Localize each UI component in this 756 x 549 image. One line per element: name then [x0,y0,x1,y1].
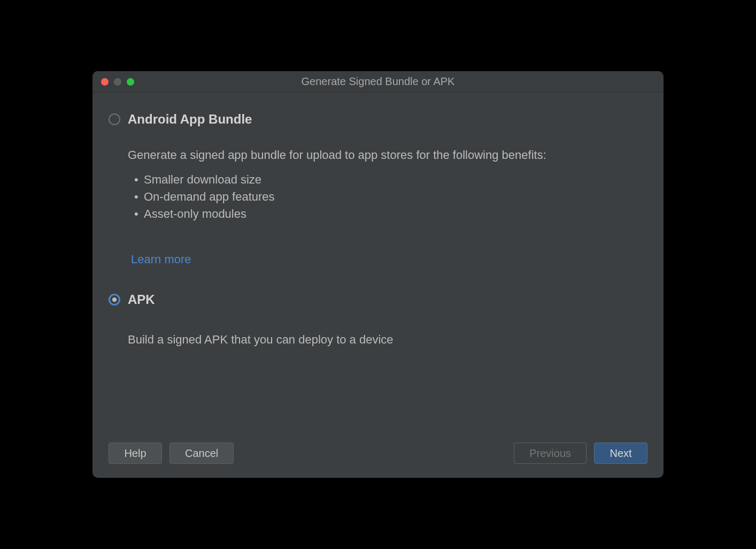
dialog-content: Android App Bundle Generate a signed app… [92,93,664,431]
apk-radio-label: APK [128,292,155,307]
close-window-button[interactable] [101,78,109,86]
bundle-benefit-item: Smaller download size [134,171,647,188]
bundle-description: Generate a signed app bundle for upload … [128,146,647,223]
previous-button: Previous [514,443,587,464]
bundle-intro-text: Generate a signed app bundle for upload … [128,146,647,164]
bundle-benefit-item: Asset-only modules [134,205,647,223]
learn-more-link[interactable]: Learn more [131,253,191,266]
footer-spacer [241,443,506,464]
bundle-benefit-item: On-demand app features [134,188,647,205]
apk-option-group: APK Build a signed APK that you can depl… [109,292,647,347]
minimize-window-button[interactable] [114,78,121,86]
bundle-option-group: Android App Bundle Generate a signed app… [109,112,647,266]
window-controls [92,78,134,86]
dialog-title: Generate Signed Bundle or APK [92,75,664,88]
titlebar: Generate Signed Bundle or APK [92,71,664,93]
maximize-window-button[interactable] [127,78,134,86]
generate-signed-dialog: Generate Signed Bundle or APK Android Ap… [92,71,664,478]
bundle-radio-label: Android App Bundle [128,112,252,127]
bundle-radio[interactable] [109,113,120,125]
dialog-footer: Help Cancel Previous Next [92,431,664,478]
help-button[interactable]: Help [109,443,162,464]
bundle-radio-row[interactable]: Android App Bundle [109,112,647,127]
next-button[interactable]: Next [594,443,647,464]
apk-description: Build a signed APK that you can deploy t… [128,333,647,347]
apk-radio[interactable] [109,294,120,306]
apk-radio-row[interactable]: APK [109,292,647,307]
bundle-benefits-list: Smaller download size On-demand app feat… [134,171,647,223]
cancel-button[interactable]: Cancel [169,443,234,464]
